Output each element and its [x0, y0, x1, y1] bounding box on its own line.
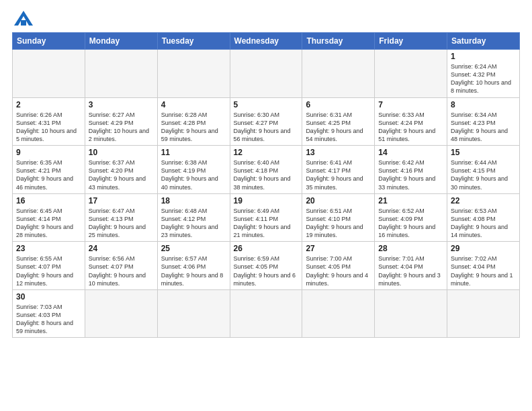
calendar-day-cell: 6Sunrise: 6:31 AM Sunset: 4:25 PM Daylig…	[302, 97, 375, 146]
col-monday: Monday	[85, 33, 157, 50]
day-number: 27	[306, 244, 371, 253]
calendar-header-row: Sunday Monday Tuesday Wednesday Thursday…	[13, 33, 520, 50]
calendar: Sunday Monday Tuesday Wednesday Thursday…	[12, 32, 520, 338]
day-number: 28	[378, 244, 443, 253]
calendar-day-cell	[157, 289, 230, 338]
calendar-day-cell: 27Sunrise: 7:00 AM Sunset: 4:05 PM Dayli…	[302, 242, 375, 290]
col-wednesday: Wednesday	[230, 33, 302, 50]
calendar-day-cell	[375, 50, 447, 98]
calendar-day-cell	[85, 289, 157, 338]
day-info: Sunrise: 6:59 AM Sunset: 4:05 PM Dayligh…	[234, 255, 299, 287]
day-number: 25	[161, 244, 226, 253]
calendar-day-cell: 10Sunrise: 6:37 AM Sunset: 4:20 PM Dayli…	[85, 146, 157, 194]
day-number: 17	[89, 196, 154, 205]
day-info: Sunrise: 6:42 AM Sunset: 4:16 PM Dayligh…	[378, 158, 443, 191]
svg-rect-2	[21, 20, 26, 26]
calendar-week-row: 30Sunrise: 7:03 AM Sunset: 4:03 PM Dayli…	[13, 289, 520, 338]
day-number: 15	[451, 148, 516, 157]
calendar-day-cell	[375, 289, 447, 338]
day-info: Sunrise: 6:55 AM Sunset: 4:07 PM Dayligh…	[16, 255, 81, 287]
day-number: 23	[16, 244, 81, 253]
day-info: Sunrise: 6:28 AM Sunset: 4:28 PM Dayligh…	[161, 111, 226, 144]
day-info: Sunrise: 6:44 AM Sunset: 4:15 PM Dayligh…	[451, 158, 516, 191]
day-number: 11	[161, 148, 226, 157]
day-info: Sunrise: 6:45 AM Sunset: 4:14 PM Dayligh…	[16, 207, 81, 240]
day-number: 2	[16, 100, 81, 109]
calendar-day-cell: 14Sunrise: 6:42 AM Sunset: 4:16 PM Dayli…	[375, 146, 447, 194]
day-info: Sunrise: 6:31 AM Sunset: 4:25 PM Dayligh…	[306, 111, 371, 144]
day-info: Sunrise: 6:53 AM Sunset: 4:08 PM Dayligh…	[451, 207, 516, 240]
day-number: 12	[234, 148, 299, 157]
logo-icon	[14, 11, 33, 26]
day-info: Sunrise: 6:40 AM Sunset: 4:18 PM Dayligh…	[234, 158, 299, 191]
day-number: 14	[378, 148, 443, 157]
calendar-week-row: 23Sunrise: 6:55 AM Sunset: 4:07 PM Dayli…	[13, 242, 520, 290]
calendar-day-cell: 30Sunrise: 7:03 AM Sunset: 4:03 PM Dayli…	[13, 289, 85, 338]
day-info: Sunrise: 6:30 AM Sunset: 4:27 PM Dayligh…	[234, 111, 299, 144]
day-number: 6	[306, 100, 371, 109]
day-number: 24	[89, 244, 154, 253]
calendar-week-row: 16Sunrise: 6:45 AM Sunset: 4:14 PM Dayli…	[13, 193, 520, 242]
calendar-day-cell: 23Sunrise: 6:55 AM Sunset: 4:07 PM Dayli…	[13, 242, 85, 290]
day-number: 3	[89, 100, 154, 109]
day-info: Sunrise: 6:26 AM Sunset: 4:31 PM Dayligh…	[16, 111, 81, 144]
calendar-day-cell	[13, 50, 85, 98]
day-info: Sunrise: 7:01 AM Sunset: 4:04 PM Dayligh…	[378, 255, 443, 287]
day-number: 9	[16, 148, 81, 157]
calendar-day-cell	[447, 289, 520, 338]
day-info: Sunrise: 6:38 AM Sunset: 4:19 PM Dayligh…	[161, 158, 226, 191]
day-info: Sunrise: 7:02 AM Sunset: 4:04 PM Dayligh…	[451, 255, 516, 287]
day-number: 18	[161, 196, 226, 205]
calendar-day-cell: 26Sunrise: 6:59 AM Sunset: 4:05 PM Dayli…	[230, 242, 302, 290]
day-info: Sunrise: 6:33 AM Sunset: 4:24 PM Dayligh…	[378, 111, 443, 144]
calendar-day-cell: 18Sunrise: 6:48 AM Sunset: 4:12 PM Dayli…	[157, 193, 230, 242]
calendar-week-row: 2Sunrise: 6:26 AM Sunset: 4:31 PM Daylig…	[13, 97, 520, 146]
day-number: 7	[378, 100, 443, 109]
day-number: 29	[451, 244, 516, 253]
day-number: 8	[451, 100, 516, 109]
day-info: Sunrise: 6:47 AM Sunset: 4:13 PM Dayligh…	[89, 207, 154, 240]
calendar-day-cell: 5Sunrise: 6:30 AM Sunset: 4:27 PM Daylig…	[230, 97, 302, 146]
day-info: Sunrise: 6:52 AM Sunset: 4:09 PM Dayligh…	[378, 207, 443, 240]
day-number: 22	[451, 196, 516, 205]
day-info: Sunrise: 6:35 AM Sunset: 4:21 PM Dayligh…	[16, 158, 81, 191]
day-number: 13	[306, 148, 371, 157]
day-info: Sunrise: 6:37 AM Sunset: 4:20 PM Dayligh…	[89, 158, 154, 191]
calendar-day-cell: 16Sunrise: 6:45 AM Sunset: 4:14 PM Dayli…	[13, 193, 85, 242]
day-number: 5	[234, 100, 299, 109]
calendar-day-cell: 8Sunrise: 6:34 AM Sunset: 4:23 PM Daylig…	[447, 97, 520, 146]
calendar-day-cell: 15Sunrise: 6:44 AM Sunset: 4:15 PM Dayli…	[447, 146, 520, 194]
calendar-day-cell: 13Sunrise: 6:41 AM Sunset: 4:17 PM Dayli…	[302, 146, 375, 194]
calendar-day-cell: 21Sunrise: 6:52 AM Sunset: 4:09 PM Dayli…	[375, 193, 447, 242]
calendar-day-cell: 25Sunrise: 6:57 AM Sunset: 4:06 PM Dayli…	[157, 242, 230, 290]
col-sunday: Sunday	[13, 33, 85, 50]
calendar-day-cell: 7Sunrise: 6:33 AM Sunset: 4:24 PM Daylig…	[375, 97, 447, 146]
day-number: 16	[16, 196, 81, 205]
calendar-day-cell: 24Sunrise: 6:56 AM Sunset: 4:07 PM Dayli…	[85, 242, 157, 290]
calendar-day-cell: 17Sunrise: 6:47 AM Sunset: 4:13 PM Dayli…	[85, 193, 157, 242]
day-number: 26	[234, 244, 299, 253]
calendar-day-cell	[230, 50, 302, 98]
day-info: Sunrise: 6:24 AM Sunset: 4:32 PM Dayligh…	[451, 62, 516, 95]
col-thursday: Thursday	[302, 33, 375, 50]
col-saturday: Saturday	[447, 33, 520, 50]
calendar-day-cell	[157, 50, 230, 98]
calendar-day-cell: 9Sunrise: 6:35 AM Sunset: 4:21 PM Daylig…	[13, 146, 85, 194]
calendar-day-cell	[302, 50, 375, 98]
page: Sunday Monday Tuesday Wednesday Thursday…	[0, 0, 532, 411]
day-info: Sunrise: 6:49 AM Sunset: 4:11 PM Dayligh…	[234, 207, 299, 240]
calendar-day-cell	[85, 50, 157, 98]
col-friday: Friday	[375, 33, 447, 50]
day-number: 10	[89, 148, 154, 157]
calendar-week-row: 1Sunrise: 6:24 AM Sunset: 4:32 PM Daylig…	[13, 50, 520, 98]
day-info: Sunrise: 6:27 AM Sunset: 4:29 PM Dayligh…	[89, 111, 154, 144]
calendar-day-cell: 11Sunrise: 6:38 AM Sunset: 4:19 PM Dayli…	[157, 146, 230, 194]
day-info: Sunrise: 6:56 AM Sunset: 4:07 PM Dayligh…	[89, 255, 154, 287]
logo	[12, 11, 33, 26]
day-info: Sunrise: 6:51 AM Sunset: 4:10 PM Dayligh…	[306, 207, 371, 240]
day-number: 19	[234, 196, 299, 205]
day-info: Sunrise: 6:48 AM Sunset: 4:12 PM Dayligh…	[161, 207, 226, 240]
calendar-day-cell: 20Sunrise: 6:51 AM Sunset: 4:10 PM Dayli…	[302, 193, 375, 242]
day-info: Sunrise: 6:34 AM Sunset: 4:23 PM Dayligh…	[451, 111, 516, 144]
calendar-day-cell: 2Sunrise: 6:26 AM Sunset: 4:31 PM Daylig…	[13, 97, 85, 146]
